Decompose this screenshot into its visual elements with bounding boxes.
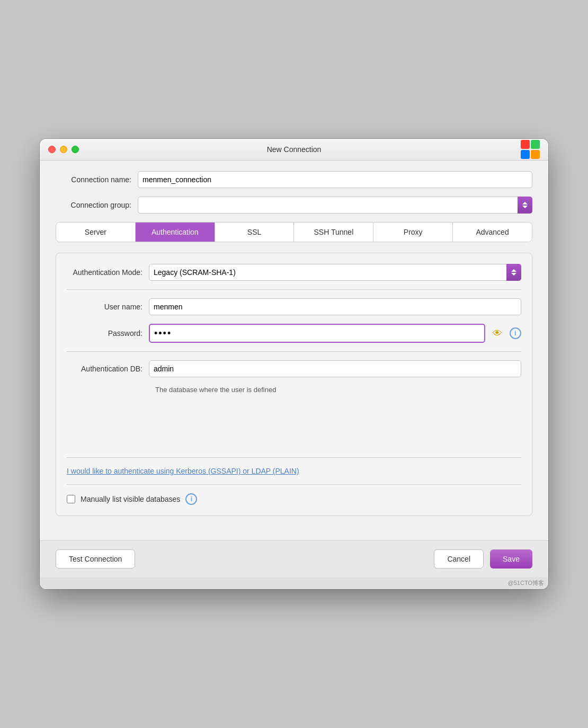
maximize-button[interactable]: [72, 146, 79, 153]
connection-group-row: Connection group:: [56, 197, 532, 214]
connection-name-input[interactable]: [138, 171, 532, 188]
auth-mode-select[interactable]: Legacy (SCRAM-SHA-1): [149, 264, 521, 281]
password-label: Password:: [67, 329, 149, 338]
connection-group-wrapper: [138, 197, 532, 214]
auth-mode-wrapper: Legacy (SCRAM-SHA-1): [149, 264, 521, 281]
auth-db-row: Authentication DB:: [67, 360, 521, 377]
main-window: New Connection Connection name: Connecti…: [40, 139, 548, 589]
auth-mode-row: Authentication Mode: Legacy (SCRAM-SHA-1…: [67, 264, 521, 281]
app-icon-cell-4: [531, 150, 540, 159]
divider-1: [67, 289, 521, 290]
tabs-container: Server Authentication SSL SSH Tunnel Pro…: [56, 222, 532, 242]
visible-databases-checkbox[interactable]: [67, 495, 75, 503]
app-icon-cell-2: [531, 140, 540, 149]
app-icon-cell-3: [521, 150, 530, 159]
password-info-icon[interactable]: i: [510, 327, 521, 339]
username-row: User name:: [67, 298, 521, 315]
password-input[interactable]: [149, 324, 485, 343]
app-icon: [521, 140, 540, 159]
title-bar: New Connection: [40, 139, 548, 161]
tab-ssl[interactable]: SSL: [215, 223, 295, 242]
close-button[interactable]: [48, 146, 56, 153]
tab-proxy[interactable]: Proxy: [373, 223, 453, 242]
username-input[interactable]: [149, 298, 521, 315]
main-panel: Authentication Mode: Legacy (SCRAM-SHA-1…: [56, 253, 532, 516]
content-area: Connection name: Connection group: Serve…: [40, 161, 548, 540]
checkbox-row: Manually list visible databases i: [67, 484, 521, 505]
save-button[interactable]: Save: [490, 549, 532, 569]
tab-server[interactable]: Server: [56, 223, 136, 242]
tab-ssh-tunnel[interactable]: SSH Tunnel: [294, 223, 373, 242]
password-controls: 👁 i: [149, 324, 521, 343]
checkbox-info-icon[interactable]: i: [185, 493, 197, 505]
action-buttons: Cancel Save: [434, 549, 532, 569]
tab-advanced[interactable]: Advanced: [453, 223, 532, 242]
show-password-button[interactable]: 👁: [489, 325, 505, 341]
traffic-lights: [48, 146, 79, 153]
bottom-bar: Test Connection Cancel Save: [40, 540, 548, 577]
window-title: New Connection: [267, 145, 322, 154]
auth-db-label: Authentication DB:: [67, 365, 149, 373]
connection-group-select[interactable]: [138, 197, 532, 214]
connection-name-label: Connection name:: [56, 175, 138, 184]
cancel-button[interactable]: Cancel: [434, 549, 484, 569]
tab-authentication[interactable]: Authentication: [136, 223, 215, 242]
app-icon-cell-1: [521, 140, 530, 149]
minimize-button[interactable]: [60, 146, 67, 153]
password-input-wrapper: [149, 324, 485, 343]
connection-group-label: Connection group:: [56, 201, 138, 209]
test-connection-button[interactable]: Test Connection: [56, 549, 135, 569]
auth-mode-label: Authentication Mode:: [67, 268, 149, 277]
username-label: User name:: [67, 303, 149, 311]
watermark: @51CTO博客: [40, 577, 548, 589]
connection-name-row: Connection name:: [56, 171, 532, 188]
auth-db-hint: The database where the user is defined: [155, 386, 521, 394]
kerberos-section: I would like to authenticate using Kerbe…: [67, 457, 521, 476]
divider-2: [67, 351, 521, 352]
checkbox-label: Manually list visible databases: [81, 495, 180, 503]
password-row: Password: 👁 i: [67, 324, 521, 343]
auth-db-input[interactable]: [149, 360, 521, 377]
kerberos-link[interactable]: I would like to authenticate using Kerbe…: [67, 467, 299, 475]
